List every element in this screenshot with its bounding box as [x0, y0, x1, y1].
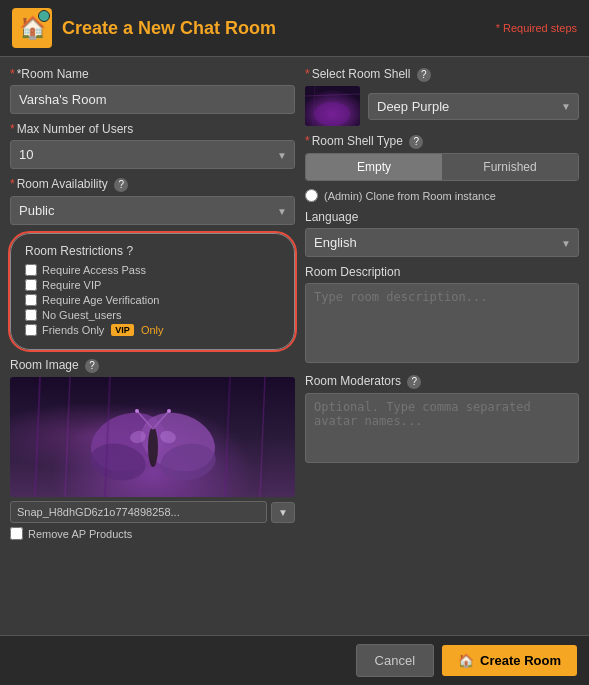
- remove-ap-row: Remove AP Products: [10, 527, 295, 540]
- shell-type-empty-button[interactable]: Empty: [306, 154, 442, 180]
- create-room-button[interactable]: 🏠 Create Room: [442, 645, 577, 676]
- image-preview-inner: [10, 377, 295, 497]
- admin-clone-label: (Admin) Clone from Room instance: [324, 190, 496, 202]
- room-name-field: **Room Name: [10, 67, 295, 114]
- moderators-help-icon[interactable]: ?: [407, 375, 421, 389]
- room-image-preview: [10, 377, 295, 497]
- svg-point-17: [314, 102, 350, 126]
- require-age-label: Require Age Verification: [42, 294, 159, 306]
- require-vip-label: Require VIP: [42, 279, 101, 291]
- shell-thumb-inner: [305, 86, 360, 126]
- room-availability-field: *Room Availability ? Public Private Unli…: [10, 177, 295, 225]
- image-dropdown-button[interactable]: ▼: [271, 502, 295, 523]
- shell-type-toggle: Empty Furnished: [305, 153, 579, 181]
- modal-header: 🏠 Create a New Chat Room * Required step…: [0, 0, 589, 57]
- shell-preview-row: Deep Purple Modern Loft Beach House Cast…: [305, 86, 579, 126]
- max-users-select-wrapper: 10 20 50 100 ▼: [10, 140, 295, 169]
- shell-type-help-icon[interactable]: ?: [409, 135, 423, 149]
- vip-badge: VIP: [111, 324, 134, 336]
- required-note: * Required steps: [496, 22, 577, 34]
- only-text: Only: [141, 324, 164, 336]
- room-availability-help-icon[interactable]: ?: [114, 178, 128, 192]
- create-chat-room-modal: 🏠 Create a New Chat Room * Required step…: [0, 0, 589, 685]
- admin-clone-radio[interactable]: [305, 189, 318, 202]
- friends-only-label: Friends Only: [42, 324, 104, 336]
- room-availability-select[interactable]: Public Private Unlisted: [10, 196, 295, 225]
- svg-line-15: [260, 377, 265, 497]
- room-restrictions-label: Room Restrictions ?: [25, 244, 280, 258]
- shell-select-wrapper: Deep Purple Modern Loft Beach House Cast…: [368, 93, 579, 120]
- max-users-label: *Max Number of Users: [10, 122, 295, 136]
- restrictions-help-icon[interactable]: ?: [126, 244, 133, 258]
- max-users-select[interactable]: 10 20 50 100: [10, 140, 295, 169]
- shell-thumbnail: [305, 86, 360, 126]
- language-label: Language: [305, 210, 579, 224]
- right-column: *Select Room Shell ?: [305, 67, 579, 625]
- language-select[interactable]: English Spanish French German: [305, 228, 579, 257]
- require-age-checkbox[interactable]: [25, 294, 37, 306]
- create-room-house-icon: 🏠: [458, 653, 474, 668]
- select-shell-help-icon[interactable]: ?: [417, 68, 431, 82]
- language-select-wrapper: English Spanish French German ▼: [305, 228, 579, 257]
- room-name-label: **Room Name: [10, 67, 295, 81]
- shell-type-furnished-button[interactable]: Furnished: [442, 154, 578, 180]
- require-access-pass-label: Require Access Pass: [42, 264, 146, 276]
- svg-line-13: [105, 377, 110, 497]
- svg-line-14: [225, 377, 230, 497]
- bg-decoration: [10, 377, 295, 497]
- no-guests-row: No Guest_users: [25, 309, 280, 321]
- language-field: Language English Spanish French German ▼: [305, 210, 579, 257]
- room-availability-select-wrapper: Public Private Unlisted ▼: [10, 196, 295, 225]
- remove-ap-label: Remove AP Products: [28, 528, 132, 540]
- left-column: **Room Name *Max Number of Users 10 20 5…: [10, 67, 295, 625]
- room-image-section: Room Image ?: [10, 358, 295, 625]
- page-title: Create a New Chat Room: [62, 18, 276, 39]
- shell-type-label: *Room Shell Type ?: [305, 134, 579, 149]
- description-input[interactable]: [305, 283, 579, 363]
- friends-only-row: Friends Only VIP Only: [25, 324, 280, 336]
- require-access-pass-row: Require Access Pass: [25, 264, 280, 276]
- create-room-label: Create Room: [480, 653, 561, 668]
- room-name-input[interactable]: [10, 85, 295, 114]
- header-left: 🏠 Create a New Chat Room: [12, 8, 276, 48]
- moderators-field: Room Moderators ?: [305, 374, 579, 466]
- remove-ap-checkbox[interactable]: [10, 527, 23, 540]
- no-guests-checkbox[interactable]: [25, 309, 37, 321]
- description-label: Room Description: [305, 265, 579, 279]
- room-availability-label: *Room Availability ?: [10, 177, 295, 192]
- admin-clone-row: (Admin) Clone from Room instance: [305, 189, 579, 202]
- svg-line-12: [65, 377, 70, 497]
- shell-type-field: *Room Shell Type ? Empty Furnished: [305, 134, 579, 181]
- shell-thumb-image: [305, 86, 360, 126]
- require-vip-checkbox[interactable]: [25, 279, 37, 291]
- avatar-dot: [38, 10, 50, 22]
- no-guests-label: No Guest_users: [42, 309, 121, 321]
- select-shell-field: *Select Room Shell ?: [305, 67, 579, 126]
- moderators-input[interactable]: [305, 393, 579, 463]
- require-age-row: Require Age Verification: [25, 294, 280, 306]
- room-image-help-icon[interactable]: ?: [85, 359, 99, 373]
- cancel-button[interactable]: Cancel: [356, 644, 434, 677]
- require-access-pass-checkbox[interactable]: [25, 264, 37, 276]
- house-icon: 🏠: [12, 8, 52, 48]
- svg-line-11: [35, 377, 40, 497]
- modal-content: **Room Name *Max Number of Users 10 20 5…: [0, 57, 589, 635]
- friends-only-checkbox[interactable]: [25, 324, 37, 336]
- room-restrictions-box: Room Restrictions ? Require Access Pass …: [10, 233, 295, 350]
- max-users-field: *Max Number of Users 10 20 50 100 ▼: [10, 122, 295, 169]
- moderators-label: Room Moderators ?: [305, 374, 579, 389]
- image-selector: Snap_H8dhGD6z1o774898258... ▼: [10, 501, 295, 523]
- description-field: Room Description: [305, 265, 579, 366]
- modal-footer: Cancel 🏠 Create Room: [0, 635, 589, 685]
- shell-select[interactable]: Deep Purple Modern Loft Beach House Cast…: [368, 93, 579, 120]
- image-filename: Snap_H8dhGD6z1o774898258...: [10, 501, 267, 523]
- room-image-label: Room Image ?: [10, 358, 295, 373]
- require-vip-row: Require VIP: [25, 279, 280, 291]
- select-shell-label: *Select Room Shell ?: [305, 67, 579, 82]
